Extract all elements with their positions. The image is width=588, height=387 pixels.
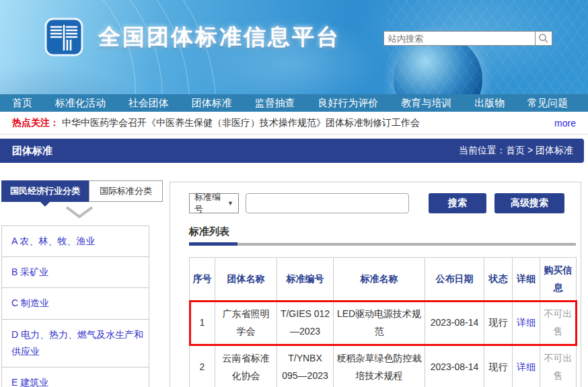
table-header-cell: 标准名称 (334, 258, 425, 302)
table-header-cell: 团体名称 (215, 258, 277, 302)
main-nav: 首页标准化活动社会团体团体标准监督抽查良好行为评价教育与培训出版物常见问题 (0, 94, 588, 112)
sidebar-category-item[interactable]: D 电力、热力、燃气及水生产和供应业 (2, 320, 149, 367)
cell-status: 现行 (484, 345, 513, 387)
sidebar-category-item[interactable]: E 建筑业 (2, 367, 149, 387)
detail-link[interactable]: 详细 (517, 317, 536, 328)
cell-detail: 详细 (513, 345, 540, 387)
cell-standard-code: T/YNBX 095—2023 (277, 345, 334, 387)
sidebar-tab[interactable]: 国际标准分类 (89, 180, 163, 202)
table-header-cell: 公布日期 (425, 258, 484, 302)
search-icon (538, 33, 549, 44)
nav-item[interactable]: 教育与培训 (401, 97, 451, 110)
section-title: 团体标准 (12, 145, 52, 157)
nav-item[interactable]: 良好行为评价 (318, 97, 378, 110)
breadcrumb: 当前位置：首页 > 团体标准 (459, 145, 573, 157)
nav-item[interactable]: 常见问题 (527, 97, 568, 110)
sidebar-tab[interactable]: 国民经济行业分类 (1, 180, 89, 202)
standard-search-input[interactable] (246, 193, 409, 213)
standards-table: 序号团体名称标准编号标准名称公布日期状态详细购买信息 1 广东省照明学会 T/G… (189, 257, 577, 387)
cell-standard-code: T/GIES 012—2023 (277, 301, 334, 345)
page: 全国团体标准信息平台 首页标准化活动社会团体团体标准监督抽查良好行为评价教育与培… (0, 0, 588, 387)
cell-publish-date: 2023-08-14 (425, 301, 484, 345)
table-header-cell: 购买信息 (540, 258, 577, 302)
sidebar-category-item[interactable]: B 采矿业 (2, 257, 149, 288)
chevron-down-icon[interactable] (65, 205, 94, 219)
site-title: 全国团体标准信息平台 (98, 22, 340, 52)
hot-label: 热点关注： (12, 117, 59, 129)
table-row: 2 云南省标准化协会 T/YNBX 095—2023 粳稻杂草绿色防控栽培技术规… (190, 345, 577, 387)
breadcrumb-separator: > (525, 145, 536, 155)
breadcrumb-current: 团体标准 (536, 145, 573, 155)
sidebar-category-list: A 农、林、牧、渔业B 采矿业C 制造业D 电力、热力、燃气及水生产和供应业E … (1, 225, 149, 387)
grid-pattern (386, 0, 588, 94)
nav-item[interactable]: 监督抽查 (255, 97, 295, 110)
detail-link[interactable]: 详细 (517, 361, 536, 372)
list-title: 标准列表 (189, 225, 229, 238)
platform-logo-icon[interactable] (44, 17, 83, 57)
title-rule (189, 243, 576, 246)
sidebar-tabs: 国民经济行业分类 国际标准分类 (1, 180, 163, 202)
sidebar-category-item[interactable]: A 农、林、牧、渔业 (2, 226, 149, 257)
table-header-cell: 标准编号 (277, 258, 334, 302)
cell-purchase-info: 不可出售 (540, 301, 577, 345)
breadcrumb-home[interactable]: 首页 (506, 145, 525, 155)
cell-status: 现行 (484, 301, 513, 345)
table-row: 1 广东省照明学会 T/GIES 012—2023 LED驱动电源技术规范 20… (190, 301, 577, 345)
nav-item[interactable]: 团体标准 (192, 97, 232, 110)
table-header-cell: 详细 (513, 258, 540, 302)
title-rule-accent (189, 242, 237, 246)
cell-organization: 广东省照明学会 (215, 301, 277, 345)
more-link[interactable]: more (554, 118, 576, 129)
site-search (383, 31, 552, 46)
nav-item[interactable]: 标准化活动 (55, 97, 106, 110)
hot-news-link[interactable]: 中华中医药学会召开《中医养生保健（非医疗）技术操作规范》团体标准制修订工作会 (62, 117, 548, 129)
cell-standard-name: LED驱动电源技术规范 (334, 301, 425, 345)
search-field-label: 标准编号 (194, 191, 227, 215)
table-header-cell: 序号 (190, 258, 215, 302)
advanced-search-button[interactable]: 高级搜索 (494, 193, 564, 213)
site-search-button[interactable] (535, 31, 552, 46)
main-panel: 标准编号 ▼ 搜索 高级搜索 标准列表 序号团体名称标准编号标准名称公布日期状态… (170, 182, 581, 387)
nav-item[interactable]: 社会团体 (128, 97, 169, 110)
table-header-cell: 状态 (484, 258, 513, 302)
select-arrow-icon: ▼ (227, 200, 233, 207)
cell-standard-name: 粳稻杂草绿色防控栽培技术规程 (334, 345, 425, 387)
nav-item[interactable]: 首页 (12, 97, 32, 110)
site-search-input[interactable] (383, 31, 535, 46)
search-button[interactable]: 搜索 (429, 193, 486, 213)
cell-detail: 详细 (513, 301, 540, 345)
site-header: 全国团体标准信息平台 (0, 0, 588, 94)
hot-bar: 热点关注： 中华中医药学会召开《中医养生保健（非医疗）技术操作规范》团体标准制修… (0, 112, 588, 135)
cell-index: 1 (190, 301, 215, 345)
table-header-row: 序号团体名称标准编号标准名称公布日期状态详细购买信息 (190, 258, 577, 302)
cell-purchase-info: 不可出售 (540, 345, 577, 387)
nav-item[interactable]: 出版物 (474, 97, 505, 110)
sidebar-category-item[interactable]: C 制造业 (2, 288, 149, 319)
search-field-select[interactable]: 标准编号 ▼ (189, 193, 239, 213)
cell-index: 2 (190, 345, 215, 387)
breadcrumb-prefix: 当前位置： (459, 145, 506, 155)
content-area: 国民经济行业分类 国际标准分类 A 农、林、牧、渔业B 采矿业C 制造业D 电力… (0, 163, 588, 387)
cell-organization: 云南省标准化协会 (215, 345, 277, 387)
location-bar: 团体标准 当前位置：首页 > 团体标准 (0, 139, 584, 163)
cell-publish-date: 2023-08-14 (425, 345, 484, 387)
